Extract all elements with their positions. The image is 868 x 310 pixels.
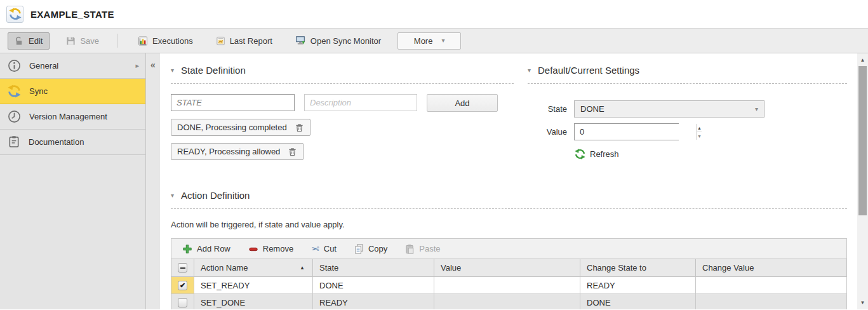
content-area: ▾ State Definition Add DONE, Processing … — [160, 53, 857, 309]
plus-icon — [182, 244, 192, 254]
copy-icon — [354, 244, 364, 254]
edit-button[interactable]: Edit — [8, 32, 50, 50]
column-header-value[interactable]: Value — [434, 259, 580, 277]
document-icon — [8, 135, 20, 149]
section-title: Default/Current Settings — [538, 65, 639, 76]
action-definition-section: ▾ Action Definition Action will be trigg… — [171, 190, 847, 309]
state-label: State — [528, 104, 567, 114]
value-spinner: ▲ ▼ — [574, 123, 679, 140]
copy-button[interactable]: Copy — [354, 244, 387, 254]
table-row[interactable]: SET_DONE READY DONE — [171, 294, 847, 310]
bar-chart-icon — [138, 36, 148, 46]
more-dropdown-button[interactable]: More ▾ — [397, 32, 461, 50]
app-sync-logo-icon — [6, 6, 23, 23]
sidebar-item-version-management[interactable]: Version Management — [0, 104, 145, 130]
row-checkbox[interactable] — [178, 298, 187, 307]
vertical-scrollbar[interactable]: ▲ ▼ — [857, 53, 868, 309]
state-chip: READY, Processing allowed — [171, 143, 304, 160]
open-sync-monitor-button[interactable]: Open Sync Monitor — [289, 32, 387, 50]
state-select[interactable]: DONE ▾ — [574, 100, 765, 118]
section-title: State Definition — [181, 65, 246, 76]
trash-icon[interactable] — [288, 147, 297, 156]
state-input[interactable] — [171, 94, 295, 111]
sync-icon — [8, 84, 21, 98]
column-header-change-value[interactable]: Change Value — [696, 259, 847, 277]
chevron-right-icon: ▸ — [135, 62, 139, 70]
paste-button[interactable]: Paste — [405, 244, 440, 254]
settings-panel: ▾ Default/Current Settings State DONE ▾ … — [528, 65, 847, 160]
section-title: Action Definition — [181, 190, 250, 201]
sort-ascending-icon: ▲ — [300, 265, 305, 271]
add-button[interactable]: Add — [427, 94, 498, 112]
title-bar: EXAMPLE_STATE — [0, 0, 868, 29]
state-chip: DONE, Processing completed — [171, 119, 310, 136]
sidebar-item-documentation[interactable]: Documentation — [0, 130, 145, 155]
table-toolbar: Add Row Remove ✂ Cut — [171, 238, 847, 259]
collapse-triangle-icon[interactable]: ▾ — [528, 67, 531, 74]
table-row[interactable]: SET_READY DONE READY — [171, 277, 847, 294]
column-header-change-state-to[interactable]: Change State to — [580, 259, 696, 277]
column-header-state[interactable]: State — [313, 259, 434, 277]
spin-down-icon[interactable]: ▼ — [697, 131, 702, 140]
save-button[interactable]: Save — [60, 32, 105, 50]
select-all-checkbox[interactable] — [178, 263, 187, 273]
column-header-action-name[interactable]: Action Name ▲ — [194, 259, 313, 277]
info-icon — [8, 59, 21, 72]
collapse-triangle-icon[interactable]: ▾ — [171, 192, 174, 199]
value-input[interactable] — [575, 124, 697, 140]
sidebar-item-sync[interactable]: Sync — [0, 79, 145, 104]
executions-button[interactable]: Executions — [131, 32, 199, 50]
state-definition-panel: ▾ State Definition Add DONE, Processing … — [171, 65, 514, 160]
paste-icon — [405, 244, 415, 254]
description-input[interactable] — [304, 94, 417, 111]
add-row-button[interactable]: Add Row — [182, 244, 230, 254]
last-report-button[interactable]: Last Report — [210, 32, 279, 50]
report-icon — [216, 36, 225, 46]
value-label: Value — [528, 127, 567, 137]
clock-icon — [8, 110, 21, 123]
unlock-icon — [15, 36, 24, 46]
chevron-down-icon: ▾ — [441, 37, 444, 44]
sidebar-collapse-strip: « — [146, 53, 160, 309]
collapse-triangle-icon[interactable]: ▾ — [171, 67, 174, 74]
cut-button[interactable]: ✂ Cut — [311, 244, 337, 253]
refresh-icon — [575, 149, 585, 159]
refresh-button[interactable]: Refresh — [575, 149, 619, 159]
scissors-icon: ✂ — [311, 244, 319, 253]
chevron-down-icon: ▾ — [755, 106, 758, 112]
row-checkbox[interactable] — [178, 281, 187, 290]
page-title: EXAMPLE_STATE — [30, 9, 114, 20]
spin-up-icon[interactable]: ▲ — [697, 124, 702, 131]
remove-button[interactable]: Remove — [248, 244, 293, 254]
minus-icon — [248, 244, 258, 254]
table-header-row: Action Name ▲ State Value Change State t… — [171, 259, 847, 277]
scrollbar-thumb[interactable] — [858, 66, 867, 215]
monitor-icon — [295, 36, 306, 46]
action-hint-text: Action will be triggered, if state and v… — [171, 220, 847, 229]
main-toolbar: Edit Save Executions — [0, 29, 868, 53]
trash-icon[interactable] — [295, 123, 304, 132]
toolbar-separator — [117, 34, 117, 48]
sidebar: General ▸ Sync Version Managemen — [0, 53, 146, 309]
action-table: Action Name ▲ State Value Change State t… — [171, 259, 847, 309]
scroll-down-icon[interactable]: ▼ — [857, 297, 868, 308]
scroll-up-icon[interactable]: ▲ — [857, 55, 868, 65]
collapse-sidebar-icon[interactable]: « — [146, 60, 160, 70]
save-floppy-icon — [66, 36, 76, 46]
sidebar-item-general[interactable]: General ▸ — [0, 53, 145, 79]
